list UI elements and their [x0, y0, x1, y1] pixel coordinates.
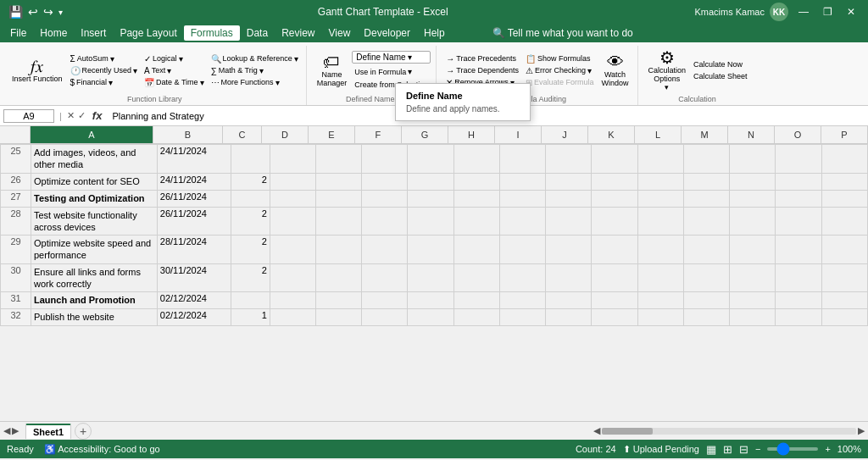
col-header-o[interactable]: O — [775, 126, 821, 143]
tab-scroll-right[interactable]: ▶ — [12, 425, 19, 436]
cell[interactable] — [499, 309, 545, 326]
insert-function-button[interactable]: 𝑓𝑥 Insert Function — [8, 56, 66, 85]
cell-b[interactable]: 28/11/2024 — [157, 236, 231, 264]
cell-b[interactable]: 26/11/2024 — [157, 207, 231, 236]
cell[interactable] — [821, 173, 867, 190]
cell[interactable] — [499, 236, 545, 264]
cell[interactable] — [776, 190, 821, 207]
cell[interactable] — [592, 292, 637, 309]
show-formulas-button[interactable]: 📋 Show Formulas — [523, 53, 597, 64]
cell-b[interactable]: 24/11/2024 — [157, 145, 231, 174]
cell[interactable] — [592, 173, 637, 190]
cell[interactable] — [821, 263, 867, 292]
autosum-dropdown-icon[interactable]: ▾ — [110, 54, 114, 64]
logical-dropdown-icon[interactable]: ▾ — [179, 54, 183, 64]
cell-c[interactable]: 1 — [231, 309, 270, 326]
menu-tell-me[interactable]: 🔍 Tell me what you want to do — [486, 25, 640, 41]
cell[interactable] — [637, 190, 683, 207]
cell[interactable] — [362, 263, 408, 292]
cell[interactable] — [683, 292, 729, 309]
cell-a[interactable]: Testing and Optimization — [31, 190, 158, 207]
use-in-formula-dropdown-icon[interactable]: ▾ — [408, 67, 412, 76]
lookup-ref-button[interactable]: 🔍 Lookup & Reference ▾ — [209, 53, 301, 64]
cell[interactable] — [453, 207, 499, 236]
cell[interactable] — [730, 309, 776, 326]
cell-b[interactable]: 02/12/2024 — [157, 292, 231, 309]
cell-reference-box[interactable] — [3, 109, 54, 123]
cell[interactable] — [776, 173, 821, 190]
view-page-layout-icon[interactable]: ⊞ — [723, 443, 732, 456]
close-button[interactable]: ✕ — [841, 3, 861, 20]
zoom-in-icon[interactable]: + — [825, 444, 830, 454]
cell[interactable] — [408, 236, 453, 264]
cell-a[interactable]: Add images, videos, and other media — [31, 145, 158, 174]
col-header-e[interactable]: E — [309, 126, 355, 143]
col-header-l[interactable]: L — [635, 126, 682, 143]
cell[interactable] — [270, 236, 315, 264]
cell[interactable] — [499, 190, 545, 207]
trace-dependents-button[interactable]: → Trace Dependents — [443, 65, 521, 76]
col-header-g[interactable]: G — [402, 126, 448, 143]
cell[interactable] — [637, 173, 683, 190]
cell[interactable] — [499, 263, 545, 292]
cell[interactable] — [821, 309, 867, 326]
cell-a[interactable]: Launch and Promotion — [31, 292, 158, 309]
col-header-i[interactable]: I — [495, 126, 542, 143]
date-time-dropdown-icon[interactable]: ▾ — [200, 78, 204, 87]
use-in-formula-button[interactable]: Use in Formula ▾ — [352, 66, 431, 77]
cell[interactable] — [546, 190, 592, 207]
col-header-d[interactable]: D — [262, 126, 309, 143]
cell[interactable] — [546, 173, 592, 190]
view-normal-icon[interactable]: ▦ — [706, 443, 716, 456]
cell[interactable] — [362, 173, 408, 190]
cell-c[interactable]: 2 — [231, 207, 270, 236]
customize-icon[interactable]: ▾ — [57, 8, 64, 17]
cell-c[interactable] — [231, 190, 270, 207]
cell-c[interactable]: 2 — [231, 173, 270, 190]
cell-c[interactable]: 2 — [231, 263, 270, 292]
menu-developer[interactable]: Developer — [357, 25, 417, 41]
evaluate-formula-button[interactable]: ⊞ Evaluate Formula — [523, 77, 597, 88]
cell[interactable] — [730, 236, 776, 264]
autosum-button[interactable]: Σ AutoSum ▾ — [68, 53, 141, 64]
cell[interactable] — [821, 236, 867, 264]
cell[interactable] — [592, 207, 637, 236]
zoom-slider[interactable] — [767, 447, 818, 451]
cell[interactable] — [453, 309, 499, 326]
cell[interactable] — [362, 207, 408, 236]
cell[interactable] — [730, 292, 776, 309]
zoom-out-icon[interactable]: − — [755, 444, 760, 454]
col-header-h[interactable]: H — [448, 126, 495, 143]
cell[interactable] — [730, 145, 776, 174]
col-header-n[interactable]: N — [728, 126, 775, 143]
financial-button[interactable]: $ Financial ▾ — [68, 77, 141, 88]
cell[interactable] — [408, 263, 453, 292]
cell[interactable] — [776, 309, 821, 326]
col-header-j[interactable]: J — [542, 126, 588, 143]
calculation-options-button[interactable]: ⚙ CalculationOptions ▾ — [645, 47, 690, 93]
math-trig-button[interactable]: ∑ Math & Trig ▾ — [209, 65, 301, 76]
cell[interactable] — [637, 145, 683, 174]
menu-view[interactable]: View — [322, 25, 358, 41]
cell-b[interactable]: 30/11/2024 — [157, 263, 231, 292]
cell[interactable] — [683, 145, 729, 174]
confirm-formula-icon[interactable]: ✓ — [78, 110, 86, 121]
cell-b[interactable]: 26/11/2024 — [157, 190, 231, 207]
zoom-level[interactable]: 100% — [837, 444, 861, 454]
cell[interactable] — [592, 309, 637, 326]
cell-a[interactable]: Ensure all links and forms work correctl… — [31, 263, 158, 292]
cell-c[interactable] — [231, 292, 270, 309]
cell[interactable] — [821, 207, 867, 236]
undo-icon[interactable]: ↩ — [26, 5, 40, 19]
col-header-b[interactable]: B — [153, 126, 223, 143]
tab-scroll-left[interactable]: ◀ — [3, 425, 10, 436]
cell[interactable] — [546, 145, 592, 174]
cell[interactable] — [499, 207, 545, 236]
cell-a[interactable]: Optimize content for SEO — [31, 173, 158, 190]
cell[interactable] — [546, 263, 592, 292]
col-header-c[interactable]: C — [223, 126, 262, 143]
cell[interactable] — [499, 145, 545, 174]
cell-b[interactable]: 24/11/2024 — [157, 173, 231, 190]
cell[interactable] — [637, 263, 683, 292]
cell[interactable] — [546, 292, 592, 309]
